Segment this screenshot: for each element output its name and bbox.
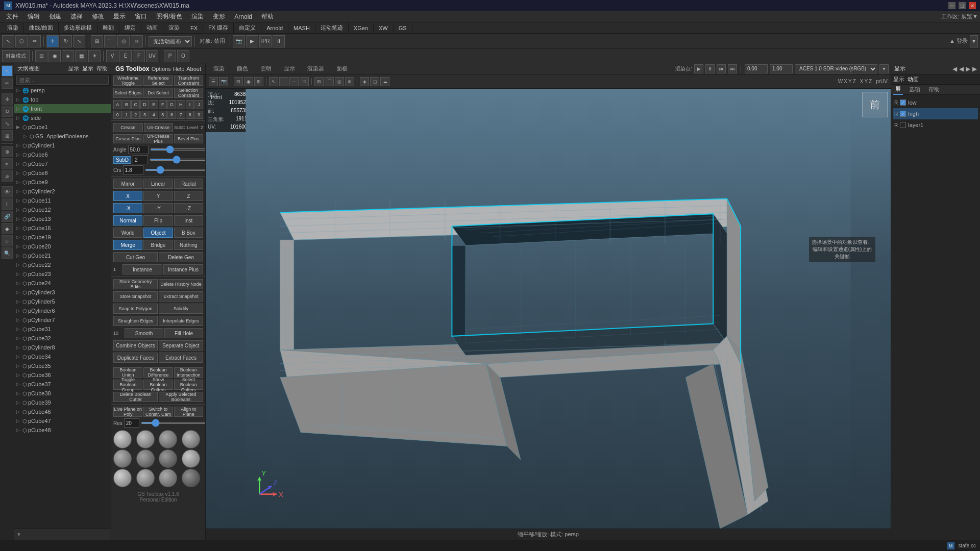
colorspace-dropdown-btn[interactable]: ▼	[879, 64, 889, 73]
mirror-button[interactable]: Mirror	[113, 179, 142, 189]
tb2-component1[interactable]: V	[106, 50, 118, 62]
tb-soft-select[interactable]: ≋	[131, 35, 143, 47]
sphere-10[interactable]	[136, 469, 155, 487]
angle-input[interactable]	[128, 145, 149, 154]
vp-vert-btn[interactable]: ·	[279, 77, 288, 86]
object-button[interactable]: Object	[143, 228, 173, 238]
list-item[interactable]: ▷ ⬡ GS_AppliedBooleans	[14, 132, 111, 141]
combine-objects-button[interactable]: Combine Objects	[113, 340, 158, 350]
vp-isolate-btn[interactable]: ◻	[370, 77, 379, 86]
vp-snap-point-btn[interactable]: ◎	[335, 77, 344, 86]
list-item[interactable]: ▷⬡pCube31	[14, 324, 111, 334]
shelf-tab-mash[interactable]: MASH	[288, 24, 315, 32]
tb2-obj-mode[interactable]: 对象模式	[2, 50, 30, 62]
shelf-tab-gs[interactable]: GS	[394, 24, 412, 32]
separate-object-button[interactable]: Separate Object	[159, 340, 203, 350]
vp-center-btn[interactable]: ⊕	[345, 77, 354, 86]
menu-create[interactable]: 创建	[45, 11, 65, 22]
shelf-tab-motion[interactable]: 运动笔迹	[315, 23, 349, 33]
tb2-wireframe[interactable]: ⊟	[35, 50, 47, 62]
list-item[interactable]: ▷⬡pCube9	[14, 178, 111, 187]
exposure-input[interactable]	[745, 64, 768, 73]
layer-item-layer1[interactable]: R layer1	[893, 119, 978, 131]
sphere-9[interactable]	[113, 469, 132, 487]
right-display-tab[interactable]: 显示	[894, 65, 905, 72]
list-item[interactable]: ▷ 🌐 persp	[14, 86, 111, 95]
right-tab-anim[interactable]: 动画	[908, 76, 919, 83]
vp-tb-btn1[interactable]: ▶	[694, 64, 703, 73]
wireframe-toggle-button[interactable]: Wireframe Toggle	[113, 76, 142, 86]
alpha-btn-j[interactable]: J	[194, 100, 203, 109]
shelf-tab-xw[interactable]: XW	[374, 24, 394, 32]
soft-select-icon[interactable]: ≈	[2, 158, 13, 169]
right-nav-prev[interactable]: ◀	[952, 65, 957, 72]
alpha-btn-g[interactable]: G	[167, 100, 176, 109]
list-item[interactable]: ▷⬡pCube39	[14, 398, 111, 407]
list-item[interactable]: ▷⬡pCube35	[14, 361, 111, 370]
vp-tb-btn4[interactable]: ⏭	[728, 64, 737, 73]
menu-modify[interactable]: 修改	[88, 11, 108, 22]
rotate-icon[interactable]: ↻	[2, 106, 13, 117]
fill-hole-button[interactable]: Fill Hole	[164, 328, 203, 338]
layer-high-r-check[interactable]: ✓	[900, 111, 906, 117]
outliner-menu-show[interactable]: 显示	[82, 65, 93, 72]
num-btn-4[interactable]: 4	[150, 111, 158, 119]
tb-snap-grid[interactable]: ⊞	[91, 35, 103, 47]
list-item[interactable]: ▷⬡pCube21	[14, 251, 111, 260]
view-tab-display[interactable]: 显示	[278, 63, 301, 74]
tb2-xray[interactable]: ◈	[62, 50, 74, 62]
layer-low-r-check[interactable]: ✓	[900, 99, 906, 106]
deform-icon[interactable]: ⌇	[2, 198, 13, 210]
vp-snap-curve-btn[interactable]: ⌒	[325, 77, 334, 86]
alpha-btn-e[interactable]: E	[150, 100, 158, 109]
select-boolean-cutters-button[interactable]: Select Boolean Cutters	[174, 380, 203, 390]
vp-snap-grid-btn[interactable]: ⊞	[314, 77, 324, 86]
list-item[interactable]: ▷ 🌐 front	[14, 104, 111, 113]
close-button[interactable]: ✕	[969, 2, 976, 9]
layer-item-high[interactable]: R ✓ high	[893, 108, 978, 119]
sphere-11[interactable]	[159, 469, 177, 487]
list-item[interactable]: ▷⬡pCube47	[14, 416, 111, 425]
res-input[interactable]	[124, 418, 139, 428]
list-item[interactable]: ▷ ⬡ pCylinder1	[14, 141, 111, 150]
shelf-tab-fx-cache[interactable]: FX 缓存	[203, 23, 234, 33]
list-item[interactable]: ▷⬡pCube12	[14, 205, 111, 214]
vp-wireframe-btn[interactable]: ⊟	[234, 77, 243, 86]
shelf-tab-anim[interactable]: 动画	[141, 23, 163, 33]
menu-edit[interactable]: 编辑	[23, 11, 44, 22]
list-item[interactable]: ▷⬡pCylinder7	[14, 315, 111, 324]
show-boolean-cutters-button[interactable]: Show Boolean Cutters	[143, 380, 173, 390]
tb2-texture[interactable]: ▦	[75, 50, 87, 62]
boolean-difference-button[interactable]: Boolean Difference	[143, 367, 173, 378]
layer-item-low[interactable]: R ✓ low	[893, 97, 978, 108]
sphere-3[interactable]	[159, 430, 177, 448]
neg-x-button[interactable]: -X	[113, 203, 142, 213]
delete-geo-button[interactable]: Delete Geo	[159, 252, 203, 262]
un-crease-button[interactable]: Un-Crease	[144, 123, 174, 132]
alpha-btn-f[interactable]: F	[159, 100, 167, 109]
reference-select-button[interactable]: Reference Select	[143, 76, 173, 86]
tb2-component2[interactable]: E	[119, 50, 132, 62]
gs-tab-options[interactable]: Options	[152, 66, 171, 72]
list-item[interactable]: ▷⬡pCube48	[14, 425, 111, 435]
straighten-edges-button[interactable]: Straighten Edges	[113, 316, 158, 326]
tb-scale-tool[interactable]: ⤡	[73, 35, 85, 47]
menu-arnold[interactable]: Arnold	[230, 12, 256, 21]
tb-mode-select[interactable]: 无活动画布	[149, 36, 192, 46]
transform-constraint-button[interactable]: Transfrom Constraint	[174, 76, 203, 86]
view-tab-lighting[interactable]: 照明	[255, 63, 277, 74]
alpha-btn-a[interactable]: A	[113, 100, 122, 109]
extract-snapshot-button[interactable]: Extract Snapshot	[159, 291, 203, 302]
right-subtab-expand[interactable]: 展	[893, 84, 903, 95]
layer-layer1-r-check[interactable]	[900, 122, 906, 128]
alpha-btn-c[interactable]: C	[131, 100, 140, 109]
tb-render-btn[interactable]: ▶	[246, 35, 258, 47]
vp-tb-btn2[interactable]: ⏸	[705, 64, 715, 73]
render-setup-icon[interactable]: ☼	[2, 235, 13, 246]
select-mode-icon[interactable]: ↖	[2, 65, 13, 77]
show-hide-icon[interactable]: 👁	[2, 186, 13, 197]
bevel-plus-button[interactable]: Bevel Plus	[174, 134, 203, 143]
tb2-light[interactable]: ☀	[88, 50, 101, 62]
flip-button[interactable]: Flip	[143, 215, 173, 226]
tb-pause-btn[interactable]: ⏸	[273, 35, 285, 47]
